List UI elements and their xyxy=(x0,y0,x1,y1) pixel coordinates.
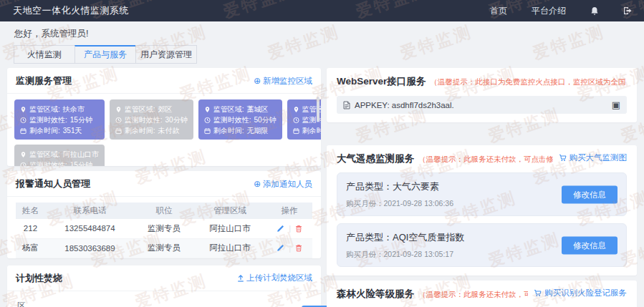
region-value: 藁城区 xyxy=(246,104,268,114)
divider: | xyxy=(289,224,291,233)
timeliness-label: 监测时效性: xyxy=(29,160,67,166)
delete-icon[interactable] xyxy=(295,244,302,252)
right-column: WebServer接口服务 （温馨提示：此接口为免费监控火点接口，监控区域为全国… xyxy=(327,68,637,307)
region-label: 监管区域: xyxy=(213,104,244,114)
remaining-label: 剩余时间: xyxy=(302,125,321,136)
region-value: 阿拉山口市 xyxy=(63,149,99,160)
product-type-value: 大气六要素 xyxy=(393,181,439,192)
appkey-row: APPKEY: asdhfl7ds2h3aal. ▣ xyxy=(337,96,627,114)
remaining-label: 剩余时间: xyxy=(29,125,60,136)
nav-home[interactable]: 首页 xyxy=(490,5,507,17)
appkey-value: APPKEY: asdhfl7ds2h3aal. xyxy=(355,101,454,109)
add-contact-label: 添加通知人员 xyxy=(263,179,312,190)
forest-title: 森林火险等级服务 xyxy=(337,288,414,301)
monitor-region-card[interactable]: 监管区域:红桥区 监测时效性:15分钟 剩余时间:165天 xyxy=(287,99,321,140)
monitor-region-card[interactable]: 监管区域:阿拉山口市 监测时效性:15分钟 xyxy=(14,145,105,166)
monitor-region-card[interactable]: 监管区域:郊区 监测时效性:30分钟 剩余时间:未付款 xyxy=(110,99,193,140)
delete-icon[interactable] xyxy=(295,225,302,233)
col-region: 管理区域 xyxy=(193,203,266,219)
buy-fire-risk-link[interactable]: 购买识别火险登记服务 xyxy=(534,288,627,298)
webserver-tip: （温馨提示：此接口为免费监控火点接口，监控区域为全国，可以自行下载进行处理。） xyxy=(430,77,627,87)
purchase-date-label: 购买月份： xyxy=(346,199,384,208)
logout-icon[interactable] xyxy=(623,6,633,15)
edit-icon[interactable] xyxy=(277,225,284,233)
contacts-table: 姓名 联系电话 职位 管理区域 操作 212 13255484874 监测专员 … xyxy=(16,203,312,258)
remaining-label: 剩余时间: xyxy=(125,125,155,136)
remaining-value: 351天 xyxy=(63,125,82,136)
calendar-icon xyxy=(20,127,27,135)
region-label: 监管区域: xyxy=(125,104,155,114)
tab-fire-monitoring[interactable]: 火情监测 xyxy=(14,45,75,64)
upload-burn-area-label: 上传计划焚烧区域 xyxy=(246,273,312,283)
col-phone: 联系电话 xyxy=(45,203,135,219)
edit-icon[interactable] xyxy=(277,244,284,252)
add-monitor-region-link[interactable]: ⊕ 新增监控区域 xyxy=(254,76,312,87)
purchase-date-value: 2021-09-28 13:05:17 xyxy=(384,250,454,258)
alarm-contacts-title: 报警通知人员管理 xyxy=(16,177,90,190)
col-actions: 操作 xyxy=(266,203,312,219)
timeliness-label: 监测时效性: xyxy=(125,114,163,125)
cart-icon xyxy=(559,154,567,162)
calendar-icon xyxy=(293,127,299,135)
product-type-value: AQI空气质量指数 xyxy=(393,232,464,243)
monitor-region-card[interactable]: 监管区域:扶余市 监测时效性:15分钟 剩余时间:351天 xyxy=(14,99,105,140)
region-label: 监管区域: xyxy=(29,149,60,160)
location-pin-icon xyxy=(20,151,27,158)
alarm-contacts-panel: 报警通知人员管理 ⊕ 添加通知人员 姓名 联系电话 职位 管理区域 操作 xyxy=(7,171,321,258)
nav-platform-intro[interactable]: 平台介绍 xyxy=(532,5,566,17)
webserver-panel: WebServer接口服务 （温馨提示：此接口为免费监控火点接口，监控区域为全国… xyxy=(327,68,637,122)
forest-panel: 森林火险等级服务 （温馨提示：此服务还未付款，可点击修改信息按钮，进行信息修改或… xyxy=(327,281,637,307)
tab-user-resources[interactable]: 用户资源管理 xyxy=(135,45,197,64)
purchase-date-label: 购买月份： xyxy=(346,250,384,258)
product-type-label: 产品类型： xyxy=(346,181,393,192)
remaining-value: 未付款 xyxy=(158,125,180,136)
main-content: 监测服务管理 ⊕ 新增监控区域 监管区域:扶余市 监测时效性:15分钟 剩余时间… xyxy=(0,64,644,307)
modify-info-button[interactable]: 修改信息 xyxy=(562,185,617,203)
cell-phone: 18530363689 xyxy=(45,238,135,258)
planned-burning-title: 计划性焚烧 xyxy=(16,272,62,285)
timeliness-value: 30分钟 xyxy=(165,114,188,125)
buy-fire-risk-label: 购买识别火险登记服务 xyxy=(544,288,627,298)
location-pin-icon xyxy=(293,106,299,113)
table-row: 212 13255484874 监测专员 阿拉山口市 | xyxy=(16,219,312,238)
remaining-value: 无期限 xyxy=(246,125,268,136)
cell-position: 监测专员 xyxy=(135,238,193,258)
product-card: 产品类型：AQI空气质量指数 购买月份：2021-09-28 13:05:17 … xyxy=(337,223,627,267)
main-tabs: 火情监测 产品与服务 用户资源管理 xyxy=(14,45,644,64)
calendar-icon xyxy=(115,127,122,135)
app-title: 天地空一体化火情监测系统 xyxy=(13,4,129,17)
greeting-text: 您好，系统管理员! xyxy=(14,28,644,40)
timeliness-value: 15分钟 xyxy=(70,114,92,125)
qr-code-icon[interactable]: ▣ xyxy=(612,99,620,110)
buy-atmosphere-link[interactable]: 购买大气监测图 xyxy=(559,152,628,163)
cell-position: 监测专员 xyxy=(135,219,193,238)
clock-icon xyxy=(204,117,211,124)
timeliness-value: 50分钟 xyxy=(254,114,276,125)
app-header: 天地空一体化火情监测系统 首页 平台介绍 xyxy=(0,0,644,21)
monitor-region-card[interactable]: 监管区域:藁城区 监测时效性:50分钟 剩余时间:无期限 xyxy=(198,99,282,140)
region-label: 监管区域: xyxy=(29,104,60,114)
left-column: 监测服务管理 ⊕ 新增监控区域 监管区域:扶余市 监测时效性:15分钟 剩余时间… xyxy=(7,68,321,307)
upload-icon xyxy=(237,274,244,282)
panel-scrollbar[interactable] xyxy=(317,97,319,121)
atmosphere-tip: （温馨提示：此服务还未付款，可点击修改信息按钮，进行信息修改或查看商务人员电话） xyxy=(418,155,553,165)
header-nav: 首页 平台介绍 xyxy=(490,5,633,17)
upload-burn-area-link[interactable]: 上传计划焚烧区域 xyxy=(237,273,312,283)
tab-products-services[interactable]: 产品与服务 xyxy=(75,45,136,64)
remaining-label: 剩余时间: xyxy=(213,125,244,136)
region-value: 扶余市 xyxy=(63,104,85,114)
burn-area-form: 区域选择 省 请选择▼ 市 请选择▼ 县 请选择▼ 查询 xyxy=(7,291,321,307)
cell-name: 杨富 xyxy=(16,238,45,258)
col-name: 姓名 xyxy=(16,203,45,219)
calendar-icon xyxy=(204,127,211,135)
timeliness-label: 监测时效性: xyxy=(213,114,251,125)
cell-phone: 13255484874 xyxy=(45,219,135,238)
document-icon xyxy=(343,101,350,109)
bell-icon[interactable] xyxy=(590,6,599,16)
add-contact-link[interactable]: ⊕ 添加通知人员 xyxy=(254,179,312,190)
area-select-label: 区域选择 xyxy=(17,301,26,307)
modify-info-button[interactable]: 修改信息 xyxy=(562,236,617,254)
cell-region: 阿拉山口市 xyxy=(193,219,266,238)
location-pin-icon xyxy=(20,106,27,113)
planned-burning-panel: 计划性焚烧 上传计划焚烧区域 区域选择 省 请选择▼ 市 请选择▼ 县 xyxy=(7,265,321,307)
